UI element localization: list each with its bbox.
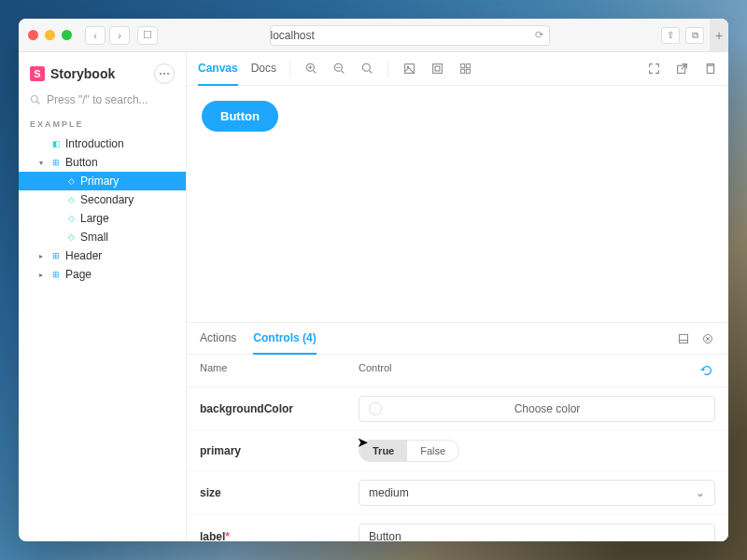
tree-item-secondary[interactable]: ◇Secondary <box>19 190 186 209</box>
story-icon: ◇ <box>66 195 76 204</box>
tree-item-large[interactable]: ◇Large <box>19 209 186 228</box>
tree-item-introduction[interactable]: ◧Introduction <box>19 134 186 153</box>
tree-label: Large <box>80 212 109 225</box>
canvas: Button <box>187 86 728 322</box>
tab-canvas[interactable]: Canvas <box>198 52 238 86</box>
component-icon: ⊞ <box>51 270 61 279</box>
tree-item-header[interactable]: ▸⊞Header <box>19 246 186 265</box>
panel-orientation-icon[interactable] <box>676 331 691 346</box>
minimize-window-button[interactable] <box>45 30 55 40</box>
address-wrap: localhost ⟳ <box>165 25 654 46</box>
caret-icon: ▸ <box>39 271 47 279</box>
back-button[interactable]: ‹ <box>85 26 106 45</box>
sidebar-menu-button[interactable]: ⋯ <box>154 63 175 84</box>
viewport-icon[interactable] <box>430 62 444 77</box>
separator <box>289 61 290 77</box>
tree-label: Button <box>65 156 98 169</box>
view-tabs: CanvasDocs <box>198 52 276 86</box>
section-label: EXAMPLE <box>19 118 186 131</box>
col-name-header: Name <box>200 362 359 379</box>
forward-button[interactable]: › <box>109 26 130 45</box>
select-input[interactable]: medium⌄ <box>359 480 715 506</box>
addon-tabs: ActionsControls (4) <box>187 323 728 355</box>
sidebar-toggle-button[interactable]: ☐ <box>137 26 158 45</box>
grid-icon[interactable] <box>458 62 472 77</box>
svg-point-0 <box>32 96 38 103</box>
control-name: backgroundColor <box>200 402 359 415</box>
titlebar: ‹ › ☐ localhost ⟳ ⇪ ⧉ + <box>19 19 728 52</box>
sidebar-header: S Storybook ⋯ <box>19 62 186 93</box>
tree-item-small[interactable]: ◇Small <box>19 228 186 246</box>
svg-point-9 <box>362 63 370 71</box>
tree-item-page[interactable]: ▸⊞Page <box>19 265 186 284</box>
copy-link-icon[interactable] <box>702 62 717 77</box>
svg-line-10 <box>369 71 372 74</box>
close-panel-icon[interactable] <box>700 331 715 346</box>
text-input[interactable] <box>359 524 715 541</box>
search-input[interactable]: Press "/" to search... <box>30 93 175 106</box>
search-icon <box>30 94 41 105</box>
svg-rect-20 <box>707 65 713 73</box>
tab-docs[interactable]: Docs <box>251 52 276 86</box>
bool-option-false[interactable]: False <box>407 441 458 461</box>
story-icon: ◇ <box>66 176 76 186</box>
maximize-window-button[interactable] <box>62 30 72 40</box>
zoom-out-icon[interactable] <box>331 62 346 77</box>
tree-item-primary[interactable]: ◇Primary <box>19 172 186 190</box>
col-control-header: Control <box>359 362 698 379</box>
boolean-toggle: TrueFalse <box>359 440 459 462</box>
addons-panel: ActionsControls (4) Name Control backgro… <box>187 322 728 541</box>
open-new-icon[interactable] <box>674 62 689 77</box>
background-icon[interactable] <box>402 62 416 77</box>
sidebar: S Storybook ⋯ Press "/" to search... EXA… <box>19 52 187 541</box>
svg-rect-15 <box>460 64 464 68</box>
svg-line-7 <box>341 71 344 74</box>
caret-icon: ▸ <box>39 252 47 260</box>
browser-window: ‹ › ☐ localhost ⟳ ⇪ ⧉ + S Storybook ⋯ <box>19 19 728 541</box>
tree-label: Secondary <box>80 193 134 206</box>
brand-name: Storybook <box>50 66 115 81</box>
zoom-in-icon[interactable] <box>303 62 318 77</box>
toolbar: CanvasDocs <box>187 52 728 86</box>
nav-buttons: ‹ › <box>85 26 130 45</box>
control-name: primary <box>200 444 359 457</box>
control-name: label* <box>200 530 359 541</box>
titlebar-right: ⇪ ⧉ + <box>661 19 719 52</box>
addon-tab-actions[interactable]: Actions <box>200 323 236 355</box>
svg-line-1 <box>37 102 40 105</box>
logo-mark-icon: S <box>30 66 45 81</box>
color-picker-button[interactable]: Choose color <box>359 396 715 422</box>
storybook-app: S Storybook ⋯ Press "/" to search... EXA… <box>19 52 728 541</box>
tabs-button[interactable]: ⧉ <box>685 27 704 44</box>
tree-item-button[interactable]: ▾⊞Button <box>19 153 186 172</box>
control-row-size: sizemedium⌄ <box>187 471 728 515</box>
chevron-down-icon: ⌄ <box>696 486 705 499</box>
svg-rect-14 <box>435 66 440 71</box>
control-row-backgroundcolor: backgroundColorChoose color <box>187 387 728 431</box>
tree-label: Primary <box>80 175 119 188</box>
control-row-label: label* <box>187 515 728 541</box>
preview-button[interactable]: Button <box>202 101 278 132</box>
control-name: size <box>200 486 359 499</box>
svg-rect-16 <box>466 64 470 68</box>
addon-tools <box>676 331 715 346</box>
window-controls <box>28 30 72 40</box>
brand-logo[interactable]: S Storybook <box>30 66 115 81</box>
color-placeholder: Choose color <box>389 402 705 415</box>
bool-option-true[interactable]: True <box>359 441 407 461</box>
share-button[interactable]: ⇪ <box>661 27 680 44</box>
main-panel: CanvasDocs Button ActionsControls ( <box>187 52 728 541</box>
fullscreen-icon[interactable] <box>646 62 661 77</box>
controls-header: Name Control <box>187 355 728 387</box>
svg-rect-18 <box>466 69 470 73</box>
addon-tab-controls[interactable]: Controls (4) <box>253 323 316 355</box>
address-text: localhost <box>271 29 315 42</box>
refresh-icon[interactable]: ⟳ <box>535 29 549 41</box>
close-window-button[interactable] <box>28 30 38 40</box>
control-row-primary: primaryTrueFalse➤ <box>187 431 728 471</box>
address-bar[interactable]: localhost ⟳ <box>270 25 550 46</box>
reset-controls-button[interactable] <box>698 362 715 379</box>
zoom-reset-icon[interactable] <box>359 62 374 77</box>
new-tab-button[interactable]: + <box>710 19 728 52</box>
document-icon: ◧ <box>51 139 61 148</box>
